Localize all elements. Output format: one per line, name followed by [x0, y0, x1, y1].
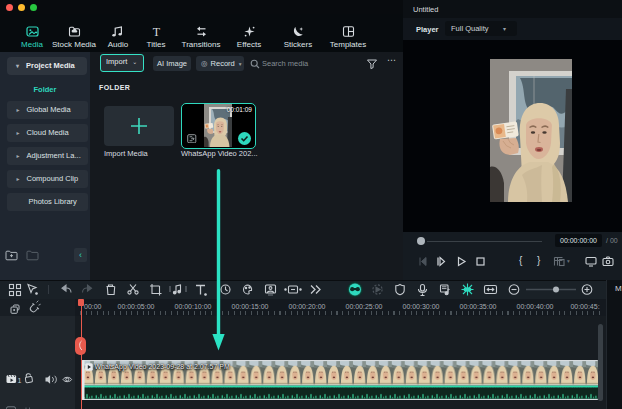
svg-text:T: T — [153, 25, 161, 38]
svg-text:1: 1 — [18, 377, 22, 384]
